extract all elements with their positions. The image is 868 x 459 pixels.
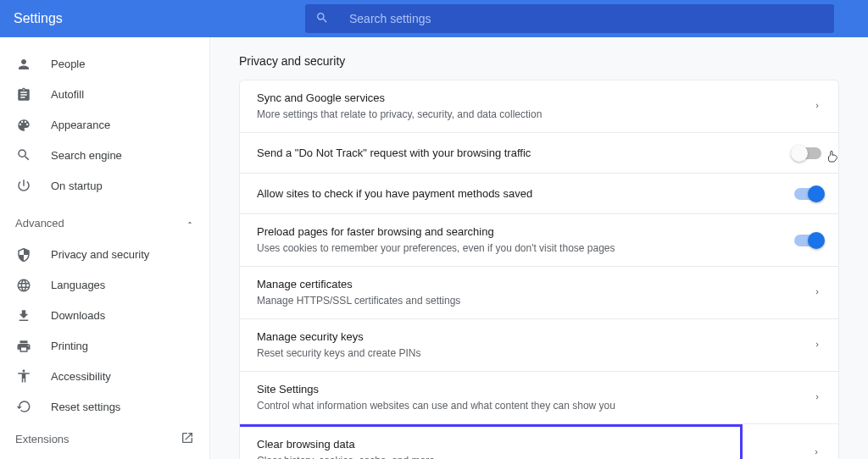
toggle-preload-pages[interactable] [794, 235, 821, 246]
sidebar: People Autofill Appearance Search engine… [0, 37, 210, 459]
advanced-label: Advanced [15, 217, 64, 230]
row-manage-certificates[interactable]: Manage certificates Manage HTTPS/SSL cer… [240, 267, 838, 319]
chevron-up-icon [186, 217, 194, 230]
sidebar-item-label: Privacy and security [51, 248, 149, 261]
cursor-hand-icon [825, 148, 839, 166]
row-subtitle: Uses cookies to remember your preference… [257, 241, 794, 256]
sidebar-item-reset[interactable]: Reset settings [0, 391, 209, 422]
row-subtitle: Clear history, cookies, cache, and more [257, 454, 630, 459]
chevron-right-icon [812, 446, 821, 459]
search-field[interactable] [305, 4, 834, 33]
chevron-right-icon [813, 100, 821, 113]
sidebar-item-label: Downloads [51, 309, 105, 322]
section-title: Privacy and security [239, 54, 839, 68]
accessibility-icon [15, 368, 32, 384]
appearance-icon [15, 117, 32, 134]
globe-icon [15, 277, 32, 294]
extensions-label: Extensions [15, 433, 70, 445]
sidebar-item-people[interactable]: People [0, 49, 209, 80]
row-title: Send a "Do Not Track" request with your … [257, 146, 794, 161]
top-bar: Settings [0, 0, 868, 37]
sidebar-item-appearance[interactable]: Appearance [0, 110, 209, 141]
row-subtitle: More settings that relate to privacy, se… [257, 108, 813, 122]
download-icon [15, 307, 32, 324]
chevron-right-icon [813, 286, 821, 299]
row-title: Sync and Google services [257, 91, 813, 106]
row-manage-security-keys[interactable]: Manage security keys Reset security keys… [240, 319, 838, 372]
toggle-do-not-track[interactable] [794, 147, 821, 159]
row-subtitle: Reset security keys and create PINs [257, 346, 813, 361]
row-title: Clear browsing data [257, 437, 630, 452]
row-payment-methods[interactable]: Allow sites to check if you have payment… [240, 174, 838, 214]
row-title: Manage security keys [257, 329, 813, 345]
sidebar-item-label: People [51, 58, 85, 70]
sidebar-item-label: Languages [51, 279, 105, 291]
sidebar-item-label: Accessibility [51, 370, 111, 383]
sidebar-item-extensions[interactable]: Extensions [0, 422, 209, 456]
row-title: Site Settings [257, 382, 813, 397]
sidebar-item-privacy[interactable]: Privacy and security [0, 240, 209, 270]
row-subtitle: Manage HTTPS/SSL certificates and settin… [257, 294, 813, 308]
row-subtitle: Control what information websites can us… [257, 399, 813, 413]
sidebar-item-label: Appearance [51, 119, 110, 131]
sidebar-item-label: Printing [51, 340, 88, 352]
autofill-icon [15, 86, 32, 103]
row-clear-browsing-data[interactable]: Clear browsing data Clear history, cooki… [239, 424, 743, 459]
chevron-right-icon [813, 339, 821, 351]
row-preload-pages[interactable]: Preload pages for faster browsing and se… [240, 214, 838, 267]
sidebar-item-label: Reset settings [51, 401, 120, 413]
row-title: Allow sites to check if you have payment… [257, 186, 794, 202]
sidebar-item-printing[interactable]: Printing [0, 331, 209, 362]
sidebar-item-on-startup[interactable]: On startup [0, 170, 209, 201]
main-content: Privacy and security Sync and Google ser… [210, 37, 868, 459]
row-site-settings[interactable]: Site Settings Control what information w… [240, 372, 838, 424]
search-input[interactable] [349, 12, 824, 25]
row-title: Manage certificates [257, 277, 813, 292]
sidebar-item-search-engine[interactable]: Search engine [0, 141, 209, 171]
sidebar-item-label: On startup [51, 180, 103, 192]
chevron-right-icon [813, 391, 821, 404]
sidebar-item-accessibility[interactable]: Accessibility [0, 361, 209, 391]
sidebar-item-label: Search engine [51, 149, 122, 162]
toggle-payment-methods[interactable] [794, 188, 821, 200]
page-title: Settings [14, 11, 305, 26]
sidebar-advanced-toggle[interactable]: Advanced [0, 206, 209, 240]
open-in-new-icon [181, 431, 194, 447]
reset-icon [15, 398, 32, 415]
settings-card: Sync and Google services More settings t… [239, 80, 839, 459]
shield-icon [15, 246, 32, 263]
sidebar-item-autofill[interactable]: Autofill [0, 80, 209, 110]
printer-icon [15, 338, 32, 355]
row-title: Preload pages for faster browsing and se… [257, 224, 794, 240]
sidebar-item-label: Autofill [51, 88, 84, 101]
person-icon [15, 56, 32, 73]
row-do-not-track[interactable]: Send a "Do Not Track" request with your … [240, 133, 838, 174]
search-icon [315, 11, 329, 27]
search-icon [15, 147, 32, 163]
sidebar-item-downloads[interactable]: Downloads [0, 301, 209, 331]
power-icon [15, 177, 32, 194]
row-sync[interactable]: Sync and Google services More settings t… [240, 80, 838, 133]
sidebar-item-languages[interactable]: Languages [0, 270, 209, 301]
